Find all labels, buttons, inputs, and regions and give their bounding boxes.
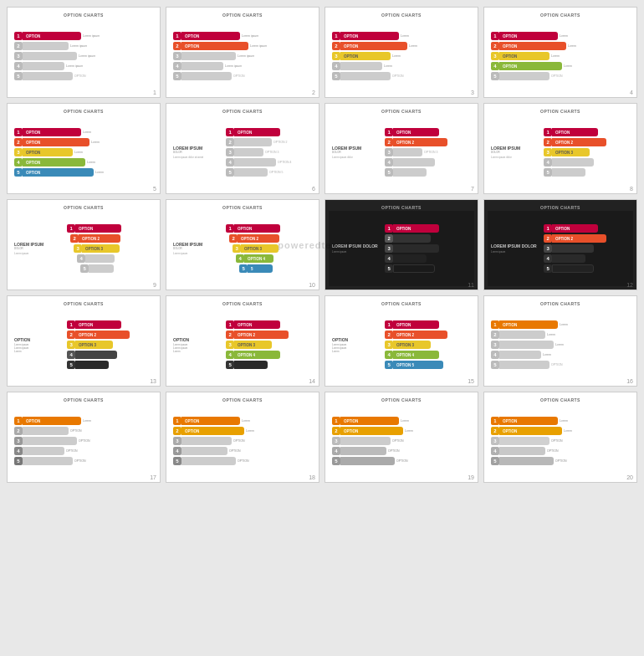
chart-area-3: 1OPTIONLorem 2OPTIONLorem 3OPTIONLorem 4… xyxy=(329,18,474,94)
chart-area-20: 1OPTIONLorem 2OPTIONLorem 3OPTION 4OPTIO… xyxy=(488,403,633,479)
chart-area-15: OPTION Lorem ipsumLorem ipsumLorem 1OPTI… xyxy=(329,307,474,382)
cell-inner-2: OPTION CHARTS 1OPTIONLorem ipsum 2OPTION… xyxy=(166,8,319,97)
cell-inner-10: OPTION CHARTS LOREM IPSUM DOLOR Lorem ip… xyxy=(166,200,319,290)
cell-inner-18: OPTION CHARTS 1OPTIONLorem 2OPTIONLorem … xyxy=(166,392,319,482)
cell-inner-3: OPTION CHARTS 1OPTIONLorem 2OPTIONLorem … xyxy=(325,8,478,97)
cell-inner-4: OPTION CHARTS 1OPTIONLorem 2OPTIONLorem … xyxy=(484,8,636,97)
cell-num-18: 18 xyxy=(309,474,315,480)
cell-title-20: OPTION CHARTS xyxy=(488,396,633,403)
chart-area-14: OPTION Lorem ipsumLorem ipsumLorem 1OPTI… xyxy=(170,307,315,382)
template-cell-5[interactable]: OPTION CHARTS 1OPTIONLorem 2OPTIONLorem … xyxy=(7,103,161,194)
cell-inner-8: OPTION CHARTS LOREM IPSUM DOLOR Lorem ip… xyxy=(484,104,636,193)
cell-num-10: 10 xyxy=(309,282,315,288)
chart-area-4: 1OPTIONLorem 2OPTIONLorem 3OPTIONLorem 4… xyxy=(488,18,633,94)
cell-title-8: OPTION CHARTS xyxy=(488,107,633,115)
cell-inner-9: OPTION CHARTS LOREM IPSUM DOLOR Lorem ip… xyxy=(8,200,160,290)
chart-area-18: 1OPTIONLorem 2OPTIONLorem 3OPTION 4OPTIO… xyxy=(170,403,315,479)
cell-title-13: OPTION CHARTS xyxy=(11,300,156,307)
template-cell-13[interactable]: OPTION CHARTS OPTION Lorem ipsumLorem ip… xyxy=(7,295,161,387)
chart-area-6: LOREM IPSUM DOLOR Lorem ipsum dolor sit … xyxy=(170,115,315,190)
chart-area-7: LOREM IPSUM DOLOR Lorem ipsum dolor 1OPT… xyxy=(329,115,474,190)
cell-num-11: 11 xyxy=(468,282,474,288)
cell-title-7: OPTION CHARTS xyxy=(329,107,474,115)
cell-title-16: OPTION CHARTS xyxy=(488,300,633,307)
cell-inner-5: OPTION CHARTS 1OPTIONLorem 2OPTIONLorem … xyxy=(8,104,160,193)
cell-num-7: 7 xyxy=(471,186,474,192)
chart-area-16: 1OPTIONLorem 2Lorem 3Lorem 4Lorem 5OPTIO… xyxy=(488,307,633,382)
cell-title-1: OPTION CHARTS xyxy=(11,11,156,18)
cell-num-14: 14 xyxy=(309,378,315,384)
cell-num-1: 1 xyxy=(153,90,156,95)
main-container: poweredtemplate OPTION CHARTS 1OPTIONLor… xyxy=(7,7,637,483)
template-cell-17[interactable]: OPTION CHARTS 1OPTIONLorem 2OPTION 3OPTI… xyxy=(7,392,161,483)
chart-area-5: 1OPTIONLorem 2OPTIONLorem 3OPTIONLorem 4… xyxy=(11,115,156,190)
template-cell-12[interactable]: OPTION CHARTS LOREM IPSUM DOLOR Lorem ip… xyxy=(483,199,637,290)
template-cell-1[interactable]: OPTION CHARTS 1OPTIONLorem ipsum 2Lorem … xyxy=(7,7,161,98)
template-cell-19[interactable]: OPTION CHARTS 1OPTIONLorem 2OPTIONLorem … xyxy=(325,392,478,483)
cell-title-18: OPTION CHARTS xyxy=(170,396,315,403)
cell-title-6: OPTION CHARTS xyxy=(170,107,315,115)
cell-inner-12: OPTION CHARTS LOREM IPSUM DOLOR Lorem ip… xyxy=(484,200,636,290)
template-cell-9[interactable]: OPTION CHARTS LOREM IPSUM DOLOR Lorem ip… xyxy=(7,199,161,290)
template-cell-6[interactable]: OPTION CHARTS LOREM IPSUM DOLOR Lorem ip… xyxy=(166,103,319,194)
template-cell-18[interactable]: OPTION CHARTS 1OPTIONLorem 2OPTIONLorem … xyxy=(166,392,319,483)
cell-title-11: OPTION CHARTS xyxy=(329,203,474,211)
cell-inner-13: OPTION CHARTS OPTION Lorem ipsumLorem ip… xyxy=(8,296,160,386)
template-cell-14[interactable]: OPTION CHARTS OPTION Lorem ipsumLorem ip… xyxy=(166,295,319,387)
chart-area-19: 1OPTIONLorem 2OPTIONLorem 3OPTION 4OPTIO… xyxy=(329,403,474,479)
chart-area-12: LOREM IPSUM DOLOR Lorem ipsum 1OPTION 2O… xyxy=(488,211,633,286)
cell-title-5: OPTION CHARTS xyxy=(11,107,156,115)
template-cell-10[interactable]: OPTION CHARTS LOREM IPSUM DOLOR Lorem ip… xyxy=(166,199,319,290)
cell-num-4: 4 xyxy=(630,90,633,95)
chart-area-9: LOREM IPSUM DOLOR Lorem ipsum 1OPTION 2O… xyxy=(11,211,156,286)
cell-num-9: 9 xyxy=(153,282,156,288)
cell-inner-17: OPTION CHARTS 1OPTIONLorem 2OPTION 3OPTI… xyxy=(8,392,160,482)
cell-num-16: 16 xyxy=(626,378,633,384)
cell-inner-14: OPTION CHARTS OPTION Lorem ipsumLorem ip… xyxy=(166,296,319,386)
template-cell-11[interactable]: OPTION CHARTS LOREM IPSUM DOLOR Lorem ip… xyxy=(325,199,478,290)
cell-num-2: 2 xyxy=(312,90,315,95)
chart-area-2: 1OPTIONLorem ipsum 2OPTIONLorem ipsum 3L… xyxy=(170,18,315,94)
cell-inner-16: OPTION CHARTS 1OPTIONLorem 2Lorem 3Lorem… xyxy=(484,296,636,386)
cell-title-10: OPTION CHARTS xyxy=(170,203,315,211)
cell-num-20: 20 xyxy=(626,474,633,480)
cell-num-3: 3 xyxy=(471,90,474,95)
cell-title-3: OPTION CHARTS xyxy=(329,11,474,18)
template-cell-3[interactable]: OPTION CHARTS 1OPTIONLorem 2OPTIONLorem … xyxy=(325,7,478,98)
cell-title-4: OPTION CHARTS xyxy=(488,11,633,18)
chart-area-17: 1OPTIONLorem 2OPTION 3OPTION 4OPTION 5OP… xyxy=(11,403,156,479)
chart-area-13: OPTION Lorem ipsumLorem ipsumLorem 1OPTI… xyxy=(11,307,156,382)
chart-area-8: LOREM IPSUM DOLOR Lorem ipsum dolor 1OPT… xyxy=(488,115,633,190)
cell-num-12: 12 xyxy=(626,282,633,288)
cell-title-2: OPTION CHARTS xyxy=(170,11,315,18)
template-cell-4[interactable]: OPTION CHARTS 1OPTIONLorem 2OPTIONLorem … xyxy=(483,7,637,98)
template-cell-15[interactable]: OPTION CHARTS OPTION Lorem ipsumLorem ip… xyxy=(325,295,478,387)
cell-title-9: OPTION CHARTS xyxy=(11,203,156,211)
cell-title-15: OPTION CHARTS xyxy=(329,300,474,307)
cell-title-12: OPTION CHARTS xyxy=(488,203,633,211)
cell-num-5: 5 xyxy=(153,186,156,192)
cell-num-8: 8 xyxy=(630,186,633,192)
cell-num-6: 6 xyxy=(312,186,315,192)
cell-num-15: 15 xyxy=(468,378,474,384)
cell-inner-19: OPTION CHARTS 1OPTIONLorem 2OPTIONLorem … xyxy=(325,392,478,482)
cell-num-13: 13 xyxy=(150,378,156,384)
cell-inner-1: OPTION CHARTS 1OPTIONLorem ipsum 2Lorem … xyxy=(8,8,160,97)
template-cell-16[interactable]: OPTION CHARTS 1OPTIONLorem 2Lorem 3Lorem… xyxy=(483,295,637,387)
template-cell-7[interactable]: OPTION CHARTS LOREM IPSUM DOLOR Lorem ip… xyxy=(325,103,478,194)
cell-title-17: OPTION CHARTS xyxy=(11,396,156,403)
cell-num-19: 19 xyxy=(468,474,474,480)
cell-inner-15: OPTION CHARTS OPTION Lorem ipsumLorem ip… xyxy=(325,296,478,386)
cell-inner-11: OPTION CHARTS LOREM IPSUM DOLOR Lorem ip… xyxy=(325,200,478,290)
chart-area-11: LOREM IPSUM DOLOR Lorem ipsum 1OPTION 2 … xyxy=(329,211,474,286)
template-cell-20[interactable]: OPTION CHARTS 1OPTIONLorem 2OPTIONLorem … xyxy=(483,392,637,483)
template-cell-8[interactable]: OPTION CHARTS LOREM IPSUM DOLOR Lorem ip… xyxy=(483,103,637,194)
cell-inner-7: OPTION CHARTS LOREM IPSUM DOLOR Lorem ip… xyxy=(325,104,478,193)
chart-area-1: 1OPTIONLorem ipsum 2Lorem ipsum 3Lorem i… xyxy=(11,18,156,94)
cell-title-14: OPTION CHARTS xyxy=(170,300,315,307)
template-cell-2[interactable]: OPTION CHARTS 1OPTIONLorem ipsum 2OPTION… xyxy=(166,7,319,98)
cell-inner-6: OPTION CHARTS LOREM IPSUM DOLOR Lorem ip… xyxy=(166,104,319,193)
cell-inner-20: OPTION CHARTS 1OPTIONLorem 2OPTIONLorem … xyxy=(484,392,636,482)
chart-area-10: LOREM IPSUM DOLOR Lorem ipsum 1OPTION 2O… xyxy=(170,211,315,286)
cell-title-19: OPTION CHARTS xyxy=(329,396,474,403)
